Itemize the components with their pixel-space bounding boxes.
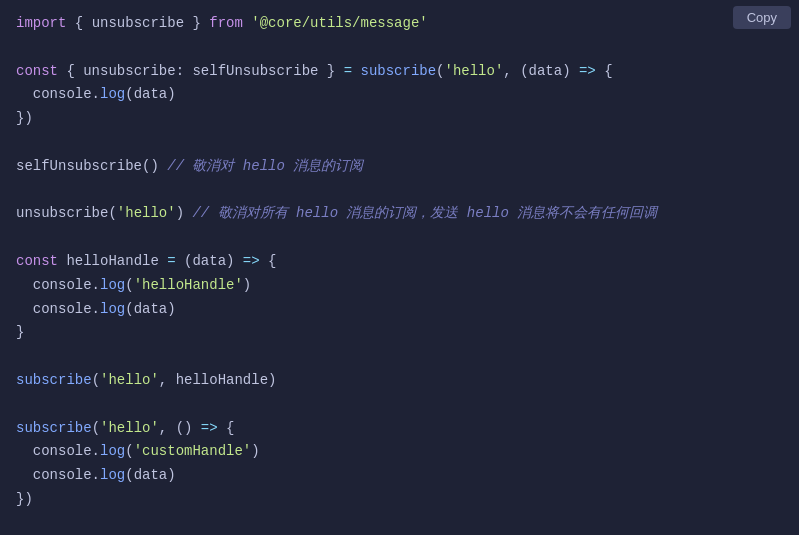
code-line: unsubscribe('hello') // 敬消对所有 hello 消息的订… <box>16 202 783 226</box>
code-token: { <box>596 63 613 79</box>
code-line: } <box>16 321 783 345</box>
code-token: 'hello' <box>117 205 176 221</box>
code-token: (data) <box>125 467 175 483</box>
code-line <box>16 512 783 535</box>
code-token: ( <box>92 372 100 388</box>
code-token: const <box>16 63 58 79</box>
code-token: 'hello' <box>100 420 159 436</box>
code-line: console.log('helloHandle') <box>16 274 783 298</box>
code-token: }) <box>16 110 33 126</box>
code-token: } <box>184 15 209 31</box>
code-line <box>16 36 783 60</box>
code-token: from <box>209 15 243 31</box>
code-token: subscribe <box>16 420 92 436</box>
code-token: 'hello' <box>445 63 504 79</box>
code-token: (data) <box>176 253 243 269</box>
code-token: unsubscribe <box>92 15 184 31</box>
copy-button[interactable]: Copy <box>733 6 791 29</box>
code-token: 'helloHandle' <box>134 277 243 293</box>
code-token: console. <box>16 443 100 459</box>
code-token: { <box>66 15 91 31</box>
code-line: console.log(data) <box>16 464 783 488</box>
code-line <box>16 393 783 417</box>
code-token: (data) <box>125 86 175 102</box>
code-token: ( <box>436 63 444 79</box>
code-token: (data) <box>125 301 175 317</box>
code-line <box>16 345 783 369</box>
code-token: = <box>167 253 175 269</box>
code-token: // 敬消对 hello 消息的订阅 <box>167 158 363 174</box>
code-line: subscribe('hello', helloHandle) <box>16 369 783 393</box>
code-line <box>16 131 783 155</box>
code-token: log <box>100 467 125 483</box>
code-line <box>16 179 783 203</box>
code-token: , (data) <box>503 63 579 79</box>
code-block: import { unsubscribe } from '@core/utils… <box>16 12 783 535</box>
code-token: } <box>16 324 24 340</box>
code-token: unsubscribe( <box>16 205 117 221</box>
code-line: const { unsubscribe: selfUnsubscribe } =… <box>16 60 783 84</box>
code-token: log <box>100 443 125 459</box>
code-token: subscribe <box>360 63 436 79</box>
code-token: import <box>16 15 66 31</box>
code-token: = <box>344 63 352 79</box>
code-token: log <box>100 277 125 293</box>
code-token: => <box>243 253 260 269</box>
code-line <box>16 226 783 250</box>
code-line: console.log(data) <box>16 83 783 107</box>
code-token: console. <box>16 86 100 102</box>
code-token: ( <box>125 277 133 293</box>
code-token: , helloHandle) <box>159 372 277 388</box>
code-token: { <box>218 420 235 436</box>
code-token: ( <box>92 420 100 436</box>
code-line: console.log('customHandle') <box>16 440 783 464</box>
code-line: selfUnsubscribe() // 敬消对 hello 消息的订阅 <box>16 155 783 179</box>
code-token: }) <box>16 491 33 507</box>
code-token: // 敬消对所有 hello 消息的订阅，发送 hello 消息将不会有任何回调 <box>192 205 657 221</box>
code-token: log <box>100 301 125 317</box>
code-token: => <box>201 420 218 436</box>
code-token: 'customHandle' <box>134 443 252 459</box>
code-token: console. <box>16 277 100 293</box>
code-line: }) <box>16 107 783 131</box>
code-token: log <box>100 86 125 102</box>
code-line: subscribe('hello', () => { <box>16 417 783 441</box>
code-token: , () <box>159 420 201 436</box>
code-token: const <box>16 253 58 269</box>
code-line: import { unsubscribe } from '@core/utils… <box>16 12 783 36</box>
code-token: { <box>260 253 277 269</box>
code-token: selfUnsubscribe() <box>16 158 167 174</box>
code-token: subscribe <box>16 372 92 388</box>
code-token: ) <box>243 277 251 293</box>
code-container: Copy import { unsubscribe } from '@core/… <box>0 0 799 535</box>
code-token: 'hello' <box>100 372 159 388</box>
code-token: ) <box>176 205 193 221</box>
code-line: console.log(data) <box>16 298 783 322</box>
code-token: => <box>579 63 596 79</box>
code-token: { unsubscribe: selfUnsubscribe } <box>58 63 344 79</box>
code-token: '@core/utils/message' <box>251 15 427 31</box>
code-token: ) <box>251 443 259 459</box>
code-token: ( <box>125 443 133 459</box>
code-token: helloHandle <box>58 253 167 269</box>
code-line: const helloHandle = (data) => { <box>16 250 783 274</box>
code-line: }) <box>16 488 783 512</box>
code-token: console. <box>16 301 100 317</box>
code-token: console. <box>16 467 100 483</box>
